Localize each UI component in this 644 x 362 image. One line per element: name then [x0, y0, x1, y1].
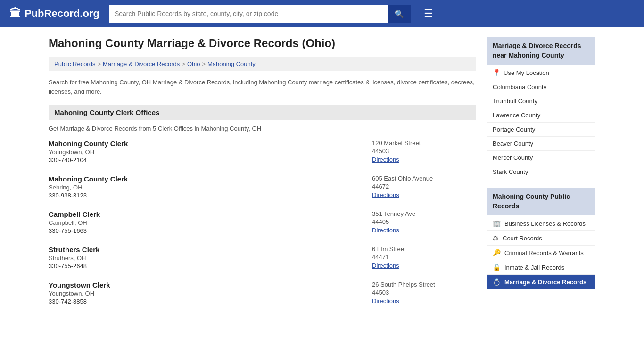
directions-link-1[interactable]: Directions — [372, 191, 399, 198]
criminal-icon: 🔑 — [493, 249, 501, 256]
clerk-name-0: Mahoning County Clerk — [49, 140, 128, 148]
directions-link-2[interactable]: Directions — [372, 227, 399, 234]
clerk-zip-3: 44471 — [372, 254, 476, 261]
clerk-zip-0: 44503 — [372, 148, 476, 155]
breadcrumb-ohio[interactable]: Ohio — [187, 60, 200, 67]
clerks-section-desc: Get Marriage & Divorce Records from 5 Cl… — [49, 125, 476, 132]
sidebar-item-beaver[interactable]: Beaver County — [487, 137, 595, 151]
court-records-link[interactable]: Court Records — [503, 235, 542, 242]
clerk-entries: Mahoning County Clerk Youngstown, OH 330… — [49, 140, 476, 307]
sidebar-nearby-list: 📍 Use My Location Columbiana County Trum… — [487, 66, 595, 179]
breadcrumb-marriage-divorce[interactable]: Marriage & Divorce Records — [103, 60, 180, 67]
hamburger-icon: ☰ — [424, 8, 433, 19]
business-licenses-link[interactable]: Business Licenses & Records — [504, 220, 586, 227]
clerk-right-4: 26 South Phelps Street 44503 Directions — [372, 281, 476, 305]
breadcrumb-sep-3: > — [202, 60, 206, 67]
breadcrumb-sep-1: > — [97, 60, 101, 67]
menu-button[interactable]: ☰ — [424, 8, 433, 20]
sidebar-item-stark[interactable]: Stark County — [487, 165, 595, 179]
clerk-phone-4: 330-742-8858 — [49, 298, 110, 305]
sidebar-use-location[interactable]: 📍 Use My Location — [487, 66, 595, 80]
sidebar-business-licenses[interactable]: 🏢 Business Licenses & Records — [487, 216, 595, 231]
clerks-section-header: Mahoning County Clerk Offices — [49, 105, 476, 120]
clerk-name-3: Struthers Clerk — [49, 246, 99, 254]
breadcrumb: Public Records > Marriage & Divorce Reco… — [49, 57, 476, 71]
clerk-city-3: Struthers, OH — [49, 255, 99, 262]
sidebar-item-trumbull[interactable]: Trumbull County — [487, 94, 595, 108]
site-header: 🏛 PubRecord.org 🔍 ☰ — [0, 0, 644, 27]
sidebar-inmate-records[interactable]: 🔒 Inmate & Jail Records — [487, 260, 595, 275]
breadcrumb-public-records[interactable]: Public Records — [54, 60, 95, 67]
clerk-right-3: 6 Elm Street 44471 Directions — [372, 246, 476, 270]
page-title: Mahoning County Marriage & Divorce Recor… — [49, 37, 476, 50]
directions-link-4[interactable]: Directions — [372, 297, 399, 304]
business-icon: 🏢 — [493, 220, 501, 227]
directions-link-0[interactable]: Directions — [372, 156, 399, 163]
sidebar-pub-records-list: 🏢 Business Licenses & Records ⚖ Court Re… — [487, 216, 595, 289]
use-location-link[interactable]: Use My Location — [504, 69, 549, 76]
clerk-phone-0: 330-740-2104 — [49, 156, 128, 164]
sidebar-item-mercer[interactable]: Mercer County — [487, 151, 595, 165]
clerk-entry-0: Mahoning County Clerk Youngstown, OH 330… — [49, 140, 476, 165]
clerk-name-1: Mahoning County Clerk — [49, 175, 128, 183]
clerk-address-3: 6 Elm Street — [372, 246, 476, 253]
sidebar-court-records[interactable]: ⚖ Court Records — [487, 231, 595, 246]
clerk-name-2: Campbell Clerk — [49, 210, 100, 218]
breadcrumb-mahoning-county[interactable]: Mahoning County — [207, 60, 256, 67]
clerk-address-0: 120 Market Street — [372, 140, 476, 147]
clerk-phone-2: 330-755-1663 — [49, 227, 100, 234]
court-icon: ⚖ — [493, 234, 499, 242]
clerk-address-4: 26 South Phelps Street — [372, 281, 476, 288]
location-pin-icon: 📍 — [493, 69, 501, 76]
clerk-left-2: Campbell Clerk Campbell, OH 330-755-1663 — [49, 210, 100, 234]
columbiana-link[interactable]: Columbiana County — [493, 83, 546, 90]
logo-icon: 🏛 — [9, 7, 21, 20]
clerk-right-0: 120 Market Street 44503 Directions — [372, 140, 476, 164]
clerk-entry-3: Struthers Clerk Struthers, OH 330-755-26… — [49, 246, 476, 272]
search-button[interactable]: 🔍 — [388, 5, 411, 23]
clerk-city-0: Youngstown, OH — [49, 148, 128, 156]
marriage-icon: 💍 — [493, 278, 501, 286]
clerk-phone-3: 330-755-2648 — [49, 263, 99, 270]
clerk-phone-1: 330-938-3123 — [49, 192, 128, 199]
breadcrumb-sep-2: > — [182, 60, 185, 67]
content-area: Mahoning County Marriage & Divorce Recor… — [49, 37, 476, 316]
marriage-divorce-link[interactable]: Marriage & Divorce Records — [504, 279, 586, 286]
lawrence-link[interactable]: Lawrence County — [493, 112, 540, 119]
trumbull-link[interactable]: Trumbull County — [493, 98, 537, 105]
sidebar-item-columbiana[interactable]: Columbiana County — [487, 80, 595, 94]
criminal-records-link[interactable]: Criminal Records & Warrants — [504, 249, 584, 256]
search-icon: 🔍 — [395, 9, 404, 18]
clerk-zip-4: 44503 — [372, 289, 476, 296]
clerk-right-1: 605 East Ohio Avenue 44672 Directions — [372, 175, 476, 199]
clerk-zip-1: 44672 — [372, 183, 476, 190]
directions-link-3[interactable]: Directions — [372, 262, 399, 269]
inmate-icon: 🔒 — [493, 263, 501, 271]
sidebar-marriage-divorce[interactable]: 💍 Marriage & Divorce Records — [487, 275, 595, 289]
stark-link[interactable]: Stark County — [493, 168, 528, 175]
sidebar-item-lawrence[interactable]: Lawrence County — [487, 108, 595, 123]
clerk-left-0: Mahoning County Clerk Youngstown, OH 330… — [49, 140, 128, 164]
clerk-name-4: Youngstown Clerk — [49, 281, 110, 289]
clerk-entry-2: Campbell Clerk Campbell, OH 330-755-1663… — [49, 210, 476, 236]
clerk-city-2: Campbell, OH — [49, 219, 100, 226]
page-description: Search for free Mahoning County, OH Marr… — [49, 78, 476, 96]
logo-text: PubRecord.org — [25, 8, 99, 20]
clerk-left-3: Struthers Clerk Struthers, OH 330-755-26… — [49, 246, 99, 270]
beaver-link[interactable]: Beaver County — [493, 140, 533, 147]
clerk-address-2: 351 Tenney Ave — [372, 210, 476, 217]
clerk-entry-1: Mahoning County Clerk Sebring, OH 330-93… — [49, 175, 476, 201]
clerk-left-1: Mahoning County Clerk Sebring, OH 330-93… — [49, 175, 128, 199]
clerk-city-4: Youngstown, OH — [49, 290, 110, 297]
clerk-left-4: Youngstown Clerk Youngstown, OH 330-742-… — [49, 281, 110, 305]
search-area: 🔍 — [109, 5, 411, 23]
clerk-right-2: 351 Tenney Ave 44405 Directions — [372, 210, 476, 234]
portage-link[interactable]: Portage County — [493, 126, 535, 133]
mercer-link[interactable]: Mercer County — [493, 154, 533, 161]
inmate-records-link[interactable]: Inmate & Jail Records — [504, 264, 564, 271]
sidebar-item-portage[interactable]: Portage County — [487, 123, 595, 137]
search-input[interactable] — [109, 5, 388, 23]
site-logo[interactable]: 🏛 PubRecord.org — [9, 7, 99, 20]
clerk-city-1: Sebring, OH — [49, 184, 128, 191]
sidebar-criminal-records[interactable]: 🔑 Criminal Records & Warrants — [487, 246, 595, 260]
